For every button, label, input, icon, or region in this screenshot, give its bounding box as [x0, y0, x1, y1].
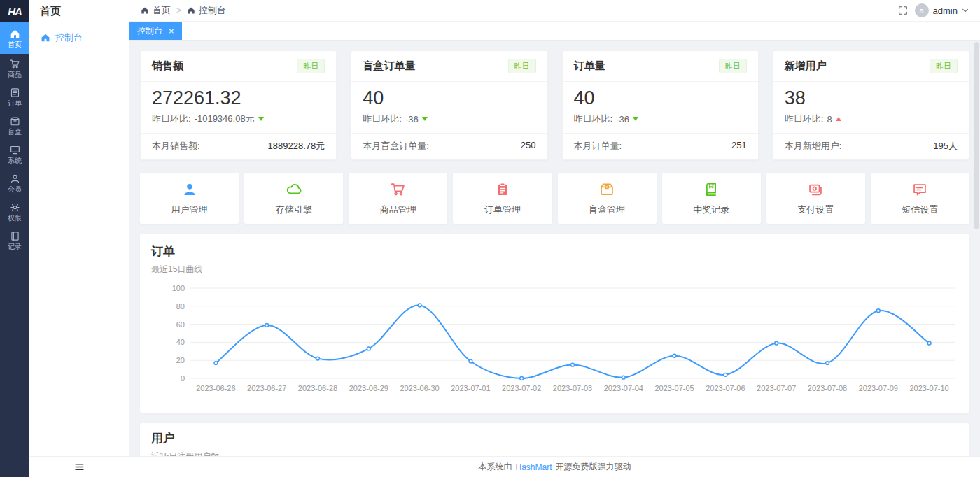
sidebar-item-盲盒[interactable]: 盲盒 — [0, 111, 29, 140]
x-axis-tick-label: 2023-07-06 — [706, 384, 745, 392]
sidebar-item-记录[interactable]: 记录 — [0, 226, 29, 255]
y-axis-tick-label: 80 — [176, 302, 185, 311]
tab-bar: 控制台 × — [130, 22, 980, 41]
breadcrumb-item[interactable]: 控制台 — [187, 4, 226, 17]
shortcut-label: 支付设置 — [797, 204, 834, 216]
stat-card-footer: 本月订单量: 251 — [563, 133, 758, 159]
trend-down-icon — [422, 117, 428, 121]
scrollbar-thumb[interactable] — [974, 42, 979, 229]
sidebar-item-console[interactable]: 控制台 — [29, 22, 129, 53]
sidebar-item-会员[interactable]: 会员 — [0, 169, 29, 197]
shortcut-label: 存储引擎 — [276, 204, 312, 216]
footer-label: 本月盲盒订单量: — [363, 140, 429, 152]
cloud-icon — [286, 182, 302, 197]
stat-card-订单量: 订单量 昨日 40 昨日环比: -36 本月订单量: 251 — [562, 50, 759, 160]
footer-link[interactable]: HashMart — [515, 462, 552, 472]
prize-book-icon — [704, 182, 719, 197]
shortcut-盲盒管理[interactable]: 盲盒管理 — [558, 173, 657, 224]
data-point-marker — [418, 304, 421, 307]
stat-value: 38 — [785, 87, 958, 109]
x-axis-tick-label: 2023-07-07 — [757, 384, 796, 392]
footer-value: 1889228.78元 — [268, 140, 326, 152]
close-icon[interactable]: × — [169, 27, 174, 36]
tab-console[interactable]: 控制台 × — [130, 22, 182, 40]
breadcrumb: 首页> 控制台 — [141, 4, 226, 17]
secondary-sidebar: 首页 控制台 — [29, 0, 130, 477]
shortcut-支付设置[interactable]: 支付设置 — [766, 173, 865, 224]
sidebar-item-label: 订单 — [8, 100, 22, 107]
stat-card-title: 订单量 — [574, 59, 606, 73]
compare-value: -1019346.08元 — [195, 113, 255, 125]
shortcut-存储引擎[interactable]: 存储引擎 — [244, 173, 343, 224]
stat-card-body: 38 昨日环比: 8 — [774, 82, 969, 133]
shortcut-label: 短信设置 — [902, 204, 938, 216]
username: admin — [933, 6, 958, 16]
footer-label: 本月销售额: — [152, 140, 200, 152]
footer-value: 250 — [521, 140, 536, 152]
breadcrumb-separator: > — [176, 6, 181, 15]
data-point-marker — [622, 376, 625, 379]
stat-card-盲盒订单量: 盲盒订单量 昨日 40 昨日环比: -36 本月盲盒订单量: 250 — [351, 50, 547, 160]
home-icon — [187, 6, 195, 15]
sidebar-item-订单[interactable]: 订单 — [0, 83, 29, 111]
sidebar-item-label: 盲盒 — [8, 129, 22, 136]
shortcut-label: 用户管理 — [172, 204, 208, 216]
stat-card-header: 盲盒订单量 昨日 — [351, 51, 547, 82]
sidebar-item-label: 会员 — [8, 186, 22, 193]
shortcut-label: 商品管理 — [380, 204, 416, 216]
shortcut-订单管理[interactable]: 订单管理 — [453, 173, 552, 224]
x-axis-tick-label: 2023-06-27 — [247, 384, 286, 392]
stat-value: 272261.32 — [152, 87, 325, 109]
stat-card-title: 盲盒订单量 — [363, 59, 415, 73]
order-doc-icon — [10, 87, 20, 98]
shortcut-短信设置[interactable]: 短信设置 — [871, 173, 969, 224]
data-point-marker — [571, 363, 575, 366]
footer-text: 本系统由 — [478, 461, 512, 473]
chart-subtitle: 最近15日曲线 — [151, 264, 958, 276]
compare-label: 昨日环比: — [152, 113, 191, 125]
data-point-marker — [724, 373, 727, 376]
data-point-marker — [469, 359, 472, 363]
avatar: a — [915, 3, 929, 17]
breadcrumb-item[interactable]: 首页 — [141, 4, 171, 17]
user-menu[interactable]: a admin — [915, 3, 969, 17]
shortcut-商品管理[interactable]: 商品管理 — [349, 173, 447, 224]
stat-card-body: 272261.32 昨日环比: -1019346.08元 — [141, 82, 336, 133]
compare-value: 8 — [827, 114, 832, 124]
footer-value: 251 — [732, 140, 747, 152]
x-axis-tick-label: 2023-06-30 — [400, 384, 439, 392]
primary-sidebar: HA 首页 商品 订单 盲盒 系统 会员 权限 记录 — [0, 0, 29, 477]
x-axis-tick-label: 2023-07-05 — [654, 384, 694, 392]
sidebar-item-首页[interactable]: 首页 — [0, 22, 29, 54]
stat-card-footer: 本月新增用户: 195人 — [774, 133, 969, 159]
fullscreen-icon[interactable] — [898, 6, 908, 15]
trend-down-icon — [633, 117, 638, 121]
shortcut-label: 盲盒管理 — [589, 204, 625, 216]
data-point-marker — [214, 362, 218, 365]
y-axis-tick-label: 20 — [176, 356, 185, 364]
stat-value: 40 — [363, 87, 536, 109]
sidebar-item-label: 首页 — [8, 41, 22, 48]
compare-value: -36 — [616, 114, 629, 124]
footer-label: 本月订单量: — [574, 140, 622, 152]
sidebar-collapse-button[interactable] — [29, 456, 129, 477]
gear-icon — [10, 202, 20, 213]
shortcut-用户管理[interactable]: 用户管理 — [140, 173, 239, 224]
shortcut-中奖记录[interactable]: 中奖记录 — [662, 173, 761, 224]
data-point-marker — [775, 341, 778, 345]
data-point-marker — [826, 362, 830, 365]
sidebar-item-权限[interactable]: 权限 — [0, 197, 29, 226]
stat-card-title: 销售额 — [152, 59, 183, 73]
status-badge: 昨日 — [508, 59, 536, 73]
shortcut-label: 订单管理 — [484, 204, 521, 216]
chevron-down-icon — [962, 7, 969, 14]
data-point-marker — [316, 357, 320, 360]
hamburger-icon — [74, 462, 85, 472]
trend-down-icon — [258, 117, 264, 121]
sidebar-item-商品[interactable]: 商品 — [0, 54, 29, 83]
home-icon — [10, 29, 20, 39]
app-logo[interactable]: HA — [0, 0, 29, 22]
sidebar-item-label: 商品 — [8, 71, 22, 78]
sidebar-item-系统[interactable]: 系统 — [0, 140, 29, 169]
topbar: 首页> 控制台 a admin — [130, 0, 980, 22]
